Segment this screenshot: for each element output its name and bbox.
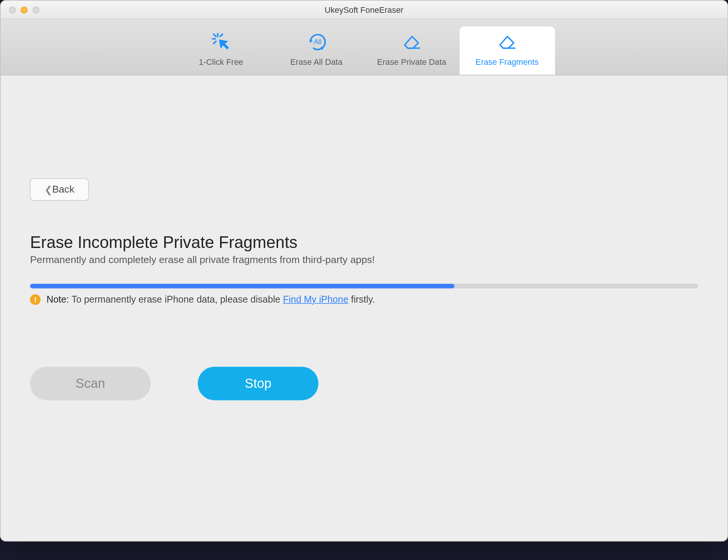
scan-button: Scan [30, 367, 151, 400]
erase-all-icon: All [306, 31, 327, 52]
page-heading: Erase Incomplete Private Fragments [30, 233, 698, 252]
svg-point-7 [320, 47, 323, 49]
tab-erase-all-data[interactable]: All Erase All Data [269, 26, 364, 75]
eraser-icon [401, 31, 422, 52]
app-window: UkeySoft FoneEraser 1-Click Free [0, 0, 728, 542]
tab-erase-fragments[interactable]: Erase Fragments [459, 26, 555, 75]
tab-label: Erase Fragments [476, 57, 539, 67]
svg-text:All: All [314, 38, 321, 46]
note-text-container: Note: To permanently erase iPhone data, … [46, 294, 375, 305]
tab-label: Erase All Data [290, 57, 343, 67]
tab-1-click-free[interactable]: 1-Click Free [173, 26, 269, 75]
progress-fill [30, 284, 454, 288]
stop-button[interactable]: Stop [198, 367, 318, 400]
back-button[interactable]: ❮ Back [30, 178, 89, 200]
cursor-click-icon [210, 31, 231, 52]
titlebar: UkeySoft FoneEraser [1, 1, 728, 20]
svg-line-2 [213, 34, 216, 37]
maximize-button[interactable] [32, 6, 40, 13]
warning-icon: ! [30, 294, 41, 305]
tab-label: Erase Private Data [377, 57, 447, 67]
note-row: ! Note: To permanently erase iPhone data… [30, 294, 698, 305]
toolbar-tabs: 1-Click Free All Erase All Data Erase [1, 20, 728, 75]
back-label: Back [52, 184, 74, 195]
traffic-lights [1, 6, 40, 13]
window-title: UkeySoft FoneEraser [1, 5, 728, 14]
tab-erase-private-data[interactable]: Erase Private Data [364, 26, 459, 75]
chevron-left-icon: ❮ [44, 184, 52, 195]
tab-label: 1-Click Free [199, 57, 243, 67]
page-subheading: Permanently and completely erase all pri… [30, 254, 698, 266]
find-my-iphone-link[interactable]: Find My iPhone [283, 294, 349, 304]
note-suffix: firstly. [349, 294, 375, 304]
eraser-fragments-icon [497, 31, 518, 52]
svg-line-3 [220, 34, 222, 37]
note-prefix: To permanently erase iPhone data, please… [69, 294, 283, 304]
note-label: Note: [46, 294, 69, 304]
close-button[interactable] [9, 6, 16, 13]
progress-bar [30, 284, 698, 288]
svg-line-4 [213, 41, 216, 43]
content-area: ❮ Back Erase Incomplete Private Fragment… [1, 75, 728, 541]
button-row: Scan Stop [30, 367, 698, 400]
minimize-button[interactable] [21, 6, 28, 13]
